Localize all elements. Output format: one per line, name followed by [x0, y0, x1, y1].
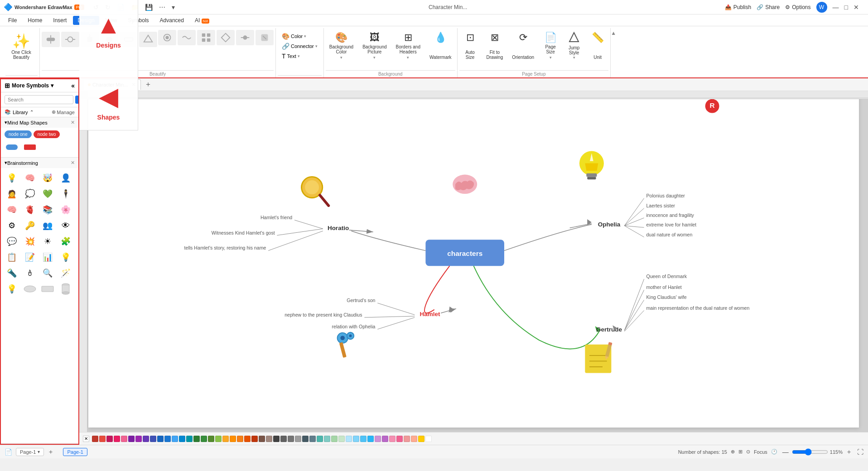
color-swatch-orange[interactable] [237, 436, 243, 442]
color-swatch-green-lighter[interactable] [338, 436, 345, 442]
beautify-style-1[interactable] [42, 32, 60, 47]
color-swatch-blue-gray-light[interactable] [309, 436, 316, 442]
color-swatch-green-dark[interactable] [193, 436, 200, 442]
color-swatch-blue-light[interactable] [172, 436, 178, 442]
shape-eye[interactable]: 👁 [58, 218, 73, 233]
color-swatch-light-green[interactable] [208, 436, 214, 442]
one-click-beautify-btn[interactable]: ✨ One ClickBeautify [5, 30, 37, 62]
shape-person-dark[interactable]: 🕴 [58, 187, 73, 201]
color-swatch-teal-light[interactable] [317, 436, 323, 442]
shape-rect[interactable] [40, 282, 55, 296]
sidebar-collapse-btn[interactable]: « [71, 82, 75, 89]
shape-flower[interactable]: 🌸 [58, 202, 73, 217]
background-color-btn[interactable]: 🎨 BackgroundColor ▾ [326, 30, 357, 62]
shape-brain-2[interactable]: 🫀 [23, 202, 37, 217]
tag-node-two[interactable]: node two [34, 130, 60, 138]
color-swatch-white[interactable] [425, 436, 432, 442]
shape-bulb-color[interactable]: 🕯 [23, 266, 37, 280]
save-btn[interactable]: 💾 [143, 3, 154, 12]
shape-note[interactable]: 📝 [23, 250, 37, 264]
close-icon[interactable]: ✕ [71, 120, 75, 125]
color-swatch-purple[interactable] [135, 436, 142, 442]
color-swatch-green-teal[interactable] [324, 436, 330, 442]
shape-search[interactable]: 🔍 [40, 266, 55, 280]
zoom-slider[interactable] [792, 448, 828, 456]
color-swatch-gray-medium[interactable] [288, 436, 294, 442]
color-swatch-gray-dark[interactable] [273, 436, 280, 442]
shape-sun[interactable]: ☀ [40, 234, 55, 249]
color-swatch-cyan[interactable] [179, 436, 185, 442]
beautify-style-8[interactable] [178, 30, 196, 45]
beautify-style-11[interactable] [236, 30, 254, 45]
shape-key[interactable]: 🔑 [23, 218, 37, 233]
expand-btn[interactable]: ▾ [170, 3, 177, 12]
watermark-btn[interactable]: 💧 Watermark [426, 30, 455, 62]
color-swatch-red[interactable] [99, 436, 106, 442]
shape-bulb-outline[interactable]: 🔦 [5, 266, 19, 280]
tag-node-one[interactable]: node one [5, 130, 32, 138]
auto-size-btn[interactable]: ⊡ AutoSize [459, 30, 481, 62]
share-btn[interactable]: 🔗Share [757, 4, 780, 10]
color-swatch-orange-red[interactable] [251, 436, 258, 442]
close-icon[interactable]: ✕ [71, 160, 75, 166]
connector-btn[interactable]: 🔗 Connector ▾ [280, 42, 320, 51]
zoom-in-btn[interactable]: ＋ [844, 448, 854, 456]
mind-map-shapes-header[interactable]: ▾ Mind Map Shapes ✕ [1, 117, 78, 128]
shape-chart[interactable]: 📊 [40, 250, 55, 264]
beautify-style-9[interactable] [197, 30, 215, 45]
shape-cylinder[interactable] [58, 282, 73, 296]
canvas-area[interactable]: characters Horatio Hamlet's friend Witne… [79, 91, 868, 432]
manage-btn[interactable]: ⊕ Manage [52, 109, 75, 115]
color-swatch-gray-light[interactable] [295, 436, 301, 442]
shape-bulb3[interactable]: 💡 [5, 282, 19, 296]
beautify-style-2[interactable] [61, 32, 79, 47]
color-swatch-blue-gray[interactable] [302, 436, 309, 442]
beautify-style-7[interactable] [158, 30, 176, 45]
shape-book[interactable]: 📚 [40, 202, 55, 217]
focus-icon[interactable]: ⊙ [746, 449, 750, 455]
search-button[interactable]: Search [75, 96, 79, 104]
color-swatch-sky-medium[interactable] [360, 436, 366, 442]
beautify-style-10[interactable] [217, 30, 235, 45]
shape-people[interactable]: 👥 [40, 218, 55, 233]
color-swatch-yellow[interactable] [222, 436, 229, 442]
search-input[interactable] [5, 95, 73, 104]
color-btn[interactable]: 🎨 Color ▾ [280, 32, 320, 41]
color-swatch-deep-purple[interactable] [143, 436, 149, 442]
more-btn[interactable]: ⋯ [157, 3, 167, 12]
menu-advanced[interactable]: Advanced [155, 16, 188, 25]
color-swatch-blue-medium[interactable] [367, 436, 374, 442]
color-swatch-indigo[interactable] [150, 436, 156, 442]
color-swatch-pink-medium[interactable] [389, 436, 395, 442]
shape-brain-blue[interactable]: 💭 [23, 187, 37, 201]
color-swatch-teal[interactable] [186, 436, 193, 442]
color-swatch-pink[interactable] [114, 436, 120, 442]
shape-speech[interactable]: 💬 [5, 234, 19, 249]
color-swatch-blue-dark[interactable] [157, 436, 164, 442]
page-1-tab[interactable]: Page-1 ▾ [16, 448, 44, 456]
ribbon-expand-btn[interactable]: ▲ [611, 30, 616, 36]
color-swatch-amber[interactable] [230, 436, 236, 442]
page-size-btn[interactable]: 📄 PageSize ▾ [540, 30, 561, 62]
color-swatch-brown[interactable] [259, 436, 265, 442]
color-swatch-purple-dark[interactable] [128, 436, 135, 442]
orientation-btn[interactable]: ⟳ Orientation [508, 30, 538, 62]
beautify-style-6[interactable] [139, 32, 157, 47]
color-swatch-pink-medium2[interactable] [396, 436, 403, 442]
background-picture-btn[interactable]: 🖼 BackgroundPicture ▾ [359, 30, 390, 62]
color-swatch-sky[interactable] [353, 436, 359, 442]
shape-gear[interactable]: ⚙ [5, 218, 19, 233]
add-tab-btn[interactable]: ＋ [143, 80, 154, 89]
brainstorming-header[interactable]: ▾ Brainstorming ✕ [1, 158, 78, 168]
user-avatar[interactable]: W [816, 2, 827, 13]
shape-item[interactable] [5, 140, 19, 154]
beautify-style-12[interactable] [256, 30, 274, 45]
shape-bulb2[interactable]: 💡 [58, 250, 73, 264]
color-swatch-deep-orange[interactable] [244, 436, 251, 442]
shape-node-shape[interactable] [23, 282, 37, 296]
shape-bulb-green[interactable]: 💚 [40, 187, 55, 201]
color-swatch-green[interactable] [201, 436, 207, 442]
grid-icon[interactable]: ⊞ [738, 449, 743, 455]
color-swatch-gray[interactable] [280, 436, 287, 442]
options-btn[interactable]: ⚙Options [785, 4, 810, 10]
